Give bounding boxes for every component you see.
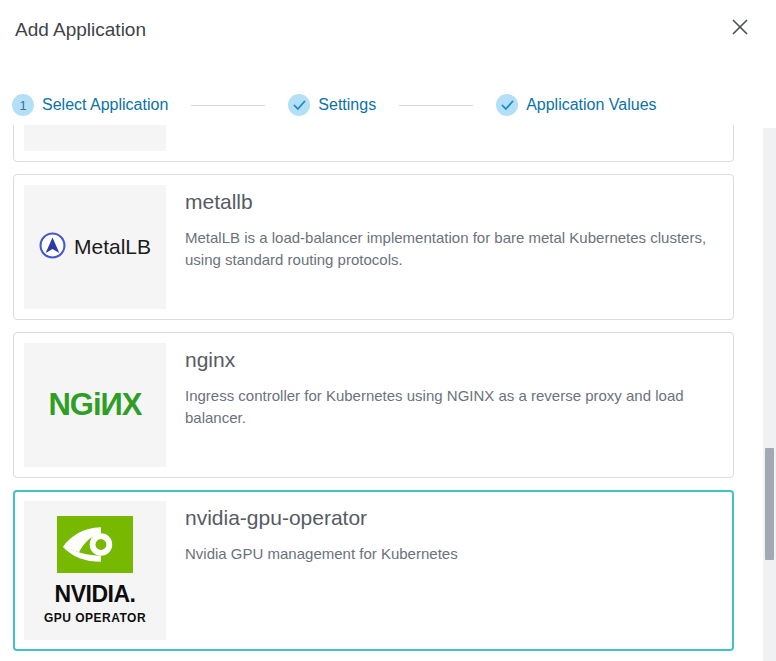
nvidia-logo-subtext: GPU OPERATOR — [44, 611, 146, 625]
app-card-partial[interactable] — [13, 125, 734, 162]
step-label: Select Application — [42, 96, 168, 114]
check-icon — [288, 94, 310, 116]
app-card-metallb[interactable]: MetalLB metallb MetalLB is a load-balanc… — [13, 174, 734, 320]
stepper-connector — [191, 105, 265, 106]
step-settings[interactable]: Settings — [288, 94, 376, 116]
close-button[interactable] — [729, 17, 751, 39]
close-icon — [731, 24, 749, 39]
app-name: metallb — [185, 190, 723, 214]
metallb-logo: MetalLB — [24, 185, 166, 309]
step-label: Application Values — [526, 96, 656, 114]
step-application-values[interactable]: Application Values — [496, 94, 656, 116]
stepper-connector — [399, 105, 473, 106]
wizard-stepper: 1 Select Application Settings Applicatio… — [12, 94, 657, 116]
nginx-logo-text: NGiИX — [48, 387, 141, 423]
step-label: Settings — [318, 96, 376, 114]
scrollbar-track[interactable] — [763, 128, 776, 661]
metallb-logo-text: MetalLB — [74, 235, 151, 259]
nvidia-logo-text: NVIDIA. — [55, 581, 136, 608]
application-list: MetalLB metallb MetalLB is a load-balanc… — [0, 125, 776, 661]
nvidia-eye-icon — [57, 516, 133, 577]
scrollbar-thumb[interactable] — [765, 448, 774, 560]
app-name: nvidia-gpu-operator — [185, 506, 458, 530]
step-select-application[interactable]: 1 Select Application — [12, 94, 168, 116]
nvidia-logo: NVIDIA. GPU OPERATOR — [24, 501, 166, 640]
check-icon — [496, 94, 518, 116]
app-description: Ingress controller for Kubernetes using … — [185, 385, 723, 429]
metallb-arrow-icon — [39, 232, 66, 263]
app-card-nvidia-gpu-operator[interactable]: NVIDIA. GPU OPERATOR nvidia-gpu-operator… — [13, 490, 734, 651]
app-logo-placeholder — [24, 125, 166, 151]
step-number-badge: 1 — [12, 94, 34, 116]
app-description: Nvidia GPU management for Kubernetes — [185, 543, 458, 565]
page-title: Add Application — [15, 19, 146, 41]
nginx-logo: NGiИX — [24, 343, 166, 467]
app-card-nginx[interactable]: NGiИX nginx Ingress controller for Kuber… — [13, 332, 734, 478]
app-description: MetalLB is a load-balancer implementatio… — [185, 227, 723, 271]
app-name: nginx — [185, 348, 723, 372]
